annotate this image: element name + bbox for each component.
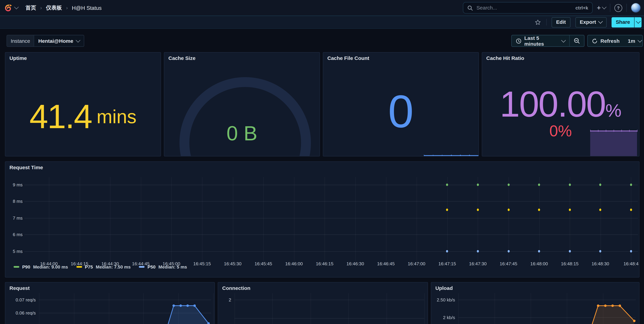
breadcrumb-current: H@H Status: [72, 5, 102, 11]
legend-swatch: [14, 266, 19, 268]
data-point-p75: [477, 208, 479, 211]
uptime-value: 41.4: [29, 100, 92, 134]
data-point-p50: [508, 250, 510, 252]
request-time-legend: P90Median: 9.00 msP75Median: 7.50 msP50M…: [14, 264, 187, 269]
zoom-out-button[interactable]: [570, 35, 584, 46]
search-input[interactable]: [476, 4, 572, 11]
data-point-p90: [599, 184, 602, 186]
data-point-p50: [569, 250, 571, 252]
panel-title-cache-file-count[interactable]: Cache File Count: [327, 56, 369, 61]
favorite-star-button[interactable]: [534, 19, 541, 26]
legend-item-p90[interactable]: P90Median: 9.00 ms: [14, 264, 68, 269]
share-button[interactable]: Share: [612, 17, 634, 27]
share-options-button[interactable]: [634, 17, 642, 27]
chevron-down-icon: [561, 38, 566, 42]
upload-chart[interactable]: 2.50 kb/s2 kb/s: [431, 282, 639, 324]
cache-file-count-value: 0: [323, 89, 478, 135]
x-axis-tick: 16:47:30: [462, 261, 494, 266]
instance-label: Instance: [7, 35, 34, 46]
panel-title-cache-size[interactable]: Cache Size: [168, 56, 196, 61]
panel-title-request-time[interactable]: Request Time: [10, 165, 43, 170]
x-axis-tick: 16:48:15: [554, 261, 586, 266]
dashboard-controls: Instance Hentai@Home Last 5 minutes: [0, 29, 644, 52]
panel-cache-file-count: Cache File Count 0: [323, 52, 479, 156]
refresh-label: Refresh: [600, 38, 620, 44]
chevron-down-icon: [598, 19, 603, 24]
x-axis-tick: 16:46:45: [370, 261, 402, 266]
time-range-button[interactable]: Last 5 minutes: [512, 35, 569, 46]
legend-item-p50[interactable]: P50Median: 5 ms: [139, 264, 187, 269]
time-picker-group: Last 5 minutes: [512, 35, 584, 47]
x-axis-tick: 16:48:00: [524, 261, 555, 266]
data-point-p75: [599, 208, 602, 211]
data-point-p75: [630, 208, 632, 211]
y-axis-tick: 2: [218, 297, 231, 302]
chevron-down-icon: [14, 4, 19, 9]
divider: [626, 4, 627, 12]
chevron-down-icon: [638, 38, 642, 42]
search-box[interactable]: ctrl+k: [463, 2, 592, 14]
instance-value: Hentai@Home: [38, 38, 73, 44]
y-axis-tick: 8 ms: [5, 198, 22, 204]
cache-hit-ratio-unit: %: [606, 100, 622, 120]
refresh-icon: [592, 38, 598, 44]
data-point-p50: [630, 250, 632, 252]
panel-request: Request 0.07 req/s0.06 req/s: [5, 282, 215, 324]
edit-button[interactable]: Edit: [552, 17, 570, 27]
panel-request-time: Request Time 9 ms8 ms7 ms6 ms5 ms16:44:0…: [5, 162, 640, 278]
add-new-button[interactable]: +: [597, 4, 606, 11]
user-avatar[interactable]: [631, 3, 641, 13]
request-time-chart[interactable]: 9 ms8 ms7 ms6 ms5 ms16:44:0016:44:1516:4…: [5, 162, 639, 277]
data-point-p50: [446, 250, 448, 252]
refresh-interval-button[interactable]: 1m: [624, 35, 643, 46]
legend-item-p75[interactable]: P75Median: 7.50 ms: [76, 264, 131, 269]
data-point-p50: [477, 250, 479, 252]
x-axis-tick: 16:47:15: [432, 261, 463, 266]
panel-title-upload[interactable]: Upload: [435, 285, 453, 291]
plus-icon: +: [597, 4, 601, 11]
panel-title-request[interactable]: Request: [10, 285, 30, 291]
zoom-out-icon: [574, 38, 580, 44]
panel-title-connection[interactable]: Connection: [222, 285, 250, 291]
x-axis-tick: 16:46:15: [309, 261, 340, 266]
search-shortcut-hint: ctrl+k: [576, 5, 588, 10]
legend-series-name: P75: [85, 264, 93, 269]
uptime-unit: mins: [96, 107, 136, 126]
data-point-p50: [538, 250, 540, 252]
request-line: [5, 282, 215, 324]
data-point-p90: [630, 184, 632, 186]
panel-cache-size: Cache Size 0 B: [164, 52, 320, 156]
grafana-dashboard: 首页 › 仪表板 › H@H Status ctrl+k + ?: [0, 0, 644, 324]
breadcrumb-dashboards[interactable]: 仪表板: [46, 4, 62, 12]
legend-series-name: P50: [148, 264, 156, 269]
y-axis-tick: 6 ms: [5, 232, 22, 238]
y-axis-tick: 5 ms: [5, 248, 22, 254]
grafana-logo-button[interactable]: [4, 3, 18, 12]
breadcrumb-home[interactable]: 首页: [26, 4, 36, 12]
refresh-group: Refresh 1m: [587, 35, 643, 47]
x-axis-tick: 16:45:30: [217, 261, 248, 266]
help-button[interactable]: ?: [614, 4, 622, 12]
panel-title-cache-hit-ratio[interactable]: Cache Hit Ratio: [486, 56, 524, 61]
panel-title-uptime[interactable]: Uptime: [10, 56, 27, 61]
data-point-p90: [538, 184, 540, 186]
legend-swatch: [76, 266, 82, 268]
request-chart[interactable]: 0.07 req/s0.06 req/s: [5, 282, 214, 324]
x-axis-tick: 16:46:30: [340, 261, 371, 266]
data-point-p90: [569, 184, 571, 186]
refresh-button[interactable]: Refresh: [588, 35, 624, 46]
data-point-p75: [569, 208, 571, 211]
x-axis-tick: 16:47:45: [493, 261, 524, 266]
x-axis-tick: 16:46:00: [278, 261, 310, 266]
data-point-p75: [446, 208, 448, 211]
breadcrumb-separator: ›: [66, 5, 68, 11]
panel-connection: Connection 2: [218, 282, 428, 324]
panel-cache-hit-ratio: Cache Hit Ratio 100.00% 0%: [482, 52, 640, 156]
export-label: Export: [580, 19, 596, 25]
uptime-stat: 41.4 mins: [5, 77, 160, 156]
cache-hit-ratio-value: 100.00: [500, 84, 606, 124]
data-point-p90: [508, 184, 510, 186]
instance-variable-picker[interactable]: Instance Hentai@Home: [6, 35, 84, 47]
clock-icon: [516, 38, 522, 44]
export-button[interactable]: Export: [575, 17, 607, 27]
